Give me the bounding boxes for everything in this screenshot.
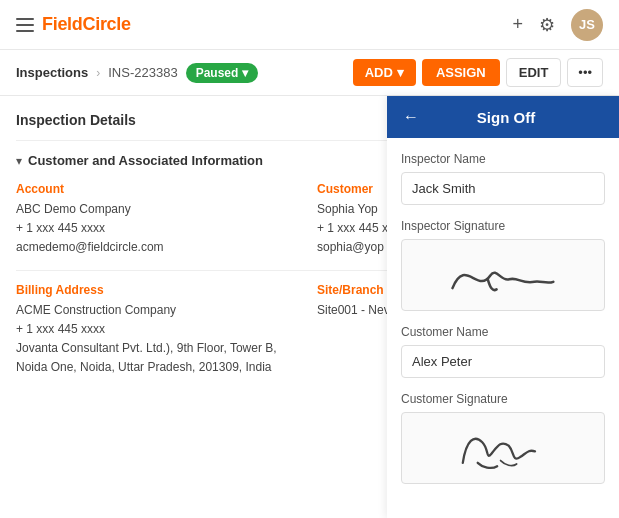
signoff-panel: ← Sign Off Inspector Name Inspector Sign… — [387, 96, 619, 518]
inspector-sig-label: Inspector Signature — [401, 219, 605, 233]
main-content: Inspection Details ▾ Customer and Associ… — [0, 96, 619, 518]
breadcrumb-actions: ADD ▾ ASSIGN EDIT ••• — [353, 58, 603, 87]
inspector-signature-box — [401, 239, 605, 311]
breadcrumb-inspections[interactable]: Inspections — [16, 65, 88, 80]
add-button[interactable]: ADD ▾ — [353, 59, 416, 86]
account-label: Account — [16, 182, 301, 196]
nav-left: FieldCircle — [16, 14, 131, 35]
brand-suffix: Circle — [83, 14, 131, 34]
signoff-body: Inspector Name Inspector Signature Custo… — [387, 138, 619, 518]
collapse-icon: ▾ — [16, 154, 22, 168]
assign-button[interactable]: ASSIGN — [422, 59, 500, 86]
brand-prefix: Field — [42, 14, 83, 34]
customer-name-input[interactable] — [401, 345, 605, 378]
more-button[interactable]: ••• — [567, 58, 603, 87]
customer-sig-label: Customer Signature — [401, 392, 605, 406]
billing-phone: + 1 xxx 445 xxxx — [16, 320, 301, 339]
billing-block: Billing Address ACME Construction Compan… — [16, 283, 301, 378]
back-button[interactable]: ← — [403, 108, 419, 126]
signoff-title: Sign Off — [429, 109, 583, 126]
customer-name-label: Customer Name — [401, 325, 605, 339]
account-block: Account ABC Demo Company + 1 xxx 445 xxx… — [16, 182, 301, 258]
account-phone: + 1 xxx 445 xxxx — [16, 219, 301, 238]
edit-button[interactable]: EDIT — [506, 58, 562, 87]
billing-company: ACME Construction Company — [16, 301, 301, 320]
customer-signature-box — [401, 412, 605, 484]
brand-logo: FieldCircle — [42, 14, 131, 35]
account-email: acmedemo@fieldcircle.com — [16, 238, 301, 257]
nav-right: + ⚙ JS — [512, 9, 603, 41]
breadcrumb-separator: › — [96, 66, 100, 80]
inspector-signature-svg — [412, 244, 594, 307]
inspector-name-input[interactable] — [401, 172, 605, 205]
billing-address: Jovanta Consultant Pvt. Ltd.), 9th Floor… — [16, 339, 301, 377]
customer-signature-svg — [412, 417, 594, 480]
gear-icon[interactable]: ⚙ — [539, 14, 555, 36]
breadcrumb-bar: Inspections › INS-223383 Paused ▾ ADD ▾ … — [0, 50, 619, 96]
plus-icon[interactable]: + — [512, 14, 523, 35]
inspector-name-label: Inspector Name — [401, 152, 605, 166]
signoff-header: ← Sign Off — [387, 96, 619, 138]
status-label: Paused — [196, 66, 239, 80]
add-label: ADD — [365, 65, 393, 80]
avatar[interactable]: JS — [571, 9, 603, 41]
hamburger-menu[interactable] — [16, 18, 34, 32]
account-name: ABC Demo Company — [16, 200, 301, 219]
billing-label: Billing Address — [16, 283, 301, 297]
collapsible-label: Customer and Associated Information — [28, 153, 263, 168]
add-chevron: ▾ — [397, 65, 404, 80]
breadcrumb-id[interactable]: INS-223383 — [108, 65, 177, 80]
status-badge[interactable]: Paused ▾ — [186, 63, 259, 83]
status-chevron: ▾ — [242, 66, 248, 80]
top-navigation: FieldCircle + ⚙ JS — [0, 0, 619, 50]
